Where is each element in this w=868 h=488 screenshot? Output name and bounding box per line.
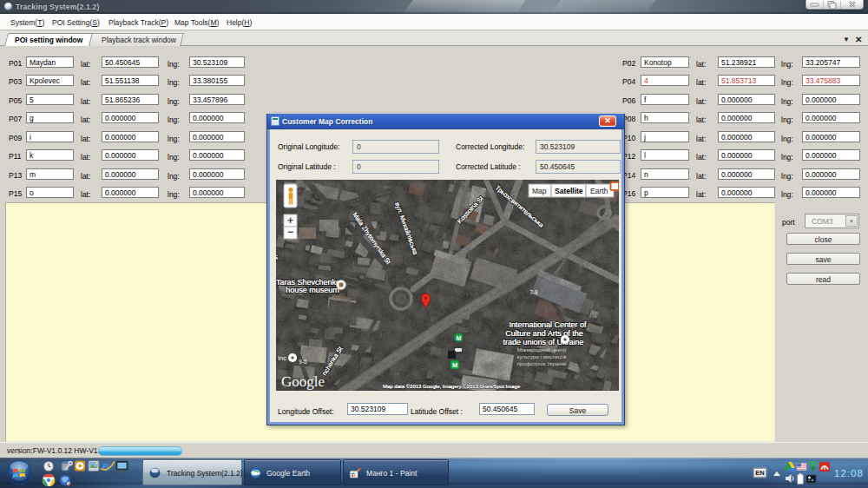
svg-text:9-6: 9-6 [299, 359, 307, 365]
svg-text:e: e [102, 458, 109, 473]
svg-text:Inc: Inc [278, 354, 286, 362]
svg-text:M: M [452, 361, 457, 369]
svg-text:trade unions of Ukraine: trade unions of Ukraine [503, 338, 583, 346]
svg-text:+: + [287, 214, 293, 227]
svg-text:house museum: house museum [286, 286, 339, 294]
svg-text:Culture and Arts of the: Culture and Arts of the [505, 329, 583, 338]
svg-text:Map data ©2013 Google, Imagery: Map data ©2013 Google, Imagery ©2013 One… [383, 384, 521, 389]
svg-text:−: − [287, 226, 293, 238]
svg-text:International Center of: International Center of [509, 320, 587, 329]
svg-text:культури і мистецтв: культури і мистецтв [517, 353, 567, 359]
svg-text:Map: Map [532, 187, 547, 195]
svg-text:Google: Google [281, 373, 325, 390]
svg-text:профспілок України: профспілок України [517, 360, 567, 366]
svg-text:Earth: Earth [590, 187, 608, 195]
svg-text:Міжнародний центр: Міжнародний центр [517, 346, 567, 353]
svg-text:7-8: 7-8 [529, 289, 538, 295]
svg-text:M: M [457, 335, 462, 341]
svg-text:Satellite: Satellite [555, 187, 583, 195]
